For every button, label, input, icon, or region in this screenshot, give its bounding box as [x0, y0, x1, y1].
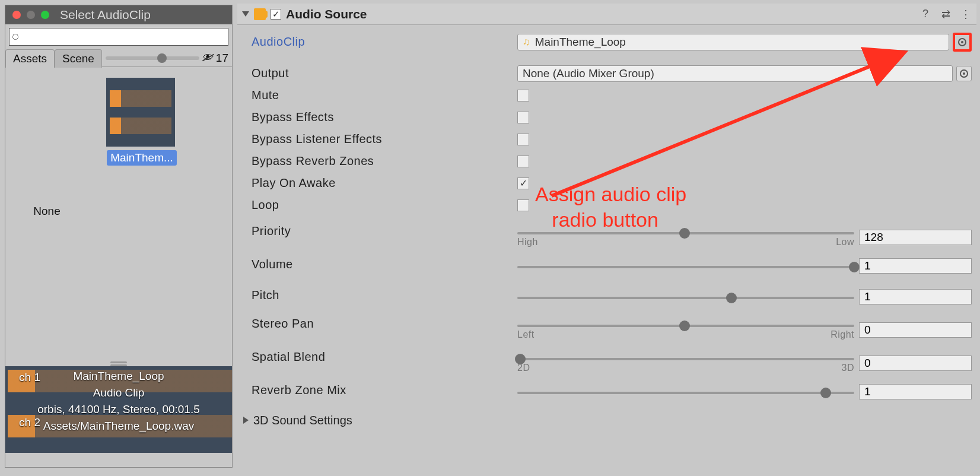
preview-panel: ch 1 ch 2 MainTheme_Loop Audio Clip orbi… [5, 366, 232, 453]
label-pitch: Pitch [252, 285, 517, 302]
target-icon [960, 69, 968, 78]
row-spatial-blend: Spatial Blend 2D3D [237, 347, 976, 380]
pitch-slider[interactable] [517, 297, 854, 299]
spatial-blend-slider[interactable] [517, 358, 854, 360]
output-field[interactable]: None (Audio Mixer Group) [517, 65, 953, 82]
row-priority: Priority HighLow [237, 221, 976, 254]
row-loop: Loop [237, 194, 976, 216]
label-bypass-listener: Bypass Listener Effects [252, 132, 517, 146]
label-play-on-awake: Play On Awake [252, 176, 517, 190]
row-volume: Volume [237, 254, 976, 278]
component-enabled-checkbox[interactable]: ✓ [271, 9, 281, 20]
asset-item-maintheme[interactable]: MainThem... [106, 78, 177, 166]
stereo-pan-input[interactable] [859, 322, 972, 338]
label-mute: Mute [252, 88, 517, 102]
row-bypass-reverb: Bypass Reverb Zones [237, 150, 976, 172]
row-pitch: Pitch [237, 285, 976, 309]
audioclip-field[interactable]: ♫ MainTheme_Loop [517, 34, 949, 50]
music-note-icon: ♫ [523, 36, 530, 48]
pan-left-label: Left [517, 329, 534, 340]
row-mute: Mute [237, 84, 976, 106]
window-title: Select AudioClip [60, 8, 151, 22]
3d-sound-settings-foldout[interactable]: 3D Sound Settings [237, 410, 976, 431]
3d-sound-settings-label: 3D Sound Settings [253, 414, 352, 427]
label-bypass-effects: Bypass Effects [252, 110, 517, 124]
search-input[interactable] [9, 28, 228, 46]
preset-icon[interactable]: ⇄ [940, 8, 952, 20]
window-controls [12, 11, 49, 19]
hidden-count-value: 17 [216, 52, 228, 65]
target-icon [958, 38, 966, 46]
preview-path: Assets/MainTheme_Loop.wav [5, 420, 232, 433]
visibility-off-icon: 👁 [203, 52, 214, 64]
pitch-input[interactable] [859, 289, 972, 304]
close-icon[interactable] [12, 11, 21, 19]
bypass-reverb-checkbox[interactable] [517, 156, 529, 167]
output-value: None (Audio Mixer Group) [523, 67, 654, 80]
volume-input[interactable] [859, 258, 972, 274]
panel-resize-handle[interactable] [5, 358, 232, 366]
mute-checkbox[interactable] [517, 90, 529, 101]
asset-none-label: None [11, 205, 82, 218]
zoom-slider[interactable] [106, 56, 199, 60]
row-stereo-pan: Stereo Pan LeftRight [237, 313, 976, 347]
help-icon[interactable]: ? [919, 8, 931, 20]
stereo-pan-slider[interactable] [517, 325, 854, 327]
loop-checkbox[interactable] [517, 199, 529, 211]
inspector-panel: ✓ Audio Source ? ⇄ ⋮ AudioClip ♫ MainThe… [237, 4, 976, 472]
priority-left-label: High [517, 237, 538, 247]
row-bypass-listener: Bypass Listener Effects [237, 128, 976, 150]
priority-slider[interactable] [517, 232, 854, 234]
tab-scene[interactable]: Scene [55, 49, 102, 68]
output-picker-button[interactable] [956, 66, 972, 81]
maximize-icon[interactable] [41, 11, 49, 19]
assets-grid: None MainThem... [5, 67, 232, 358]
audioclip-thumbnail [106, 78, 175, 147]
reverb-mix-slider[interactable] [517, 392, 854, 394]
row-output: Output None (Audio Mixer Group) [237, 62, 976, 84]
tabs-row: Assets Scene 👁 17 [5, 49, 232, 67]
label-reverb-mix: Reverb Zone Mix [252, 380, 517, 397]
label-spatial-blend: Spatial Blend [252, 347, 517, 364]
label-output: Output [252, 66, 517, 80]
label-priority: Priority [252, 221, 517, 238]
audioclip-picker-button[interactable] [953, 33, 972, 52]
hidden-count[interactable]: 👁 17 [203, 52, 228, 65]
spatial-blend-input[interactable] [859, 356, 972, 371]
preview-details: orbis, 44100 Hz, Stereo, 00:01.5 [5, 403, 232, 416]
play-on-awake-checkbox[interactable]: ✓ [517, 177, 529, 189]
component-header: ✓ Audio Source ? ⇄ ⋮ [237, 4, 976, 25]
reverb-mix-input[interactable] [859, 384, 972, 399]
kebab-menu-icon[interactable]: ⋮ [960, 8, 972, 20]
row-audioclip: AudioClip ♫ MainTheme_Loop [237, 31, 976, 53]
priority-input[interactable] [859, 230, 972, 245]
audio-source-icon [254, 8, 266, 20]
audioclip-value: MainTheme_Loop [535, 36, 626, 49]
row-bypass-effects: Bypass Effects [237, 106, 976, 128]
label-loop: Loop [252, 198, 517, 212]
minimize-icon[interactable] [27, 11, 35, 19]
select-audioclip-window: Select AudioClip 🔍 Assets Scene 👁 17 Non… [5, 5, 233, 468]
label-audioclip: AudioClip [252, 35, 517, 49]
zoom-thumb[interactable] [157, 53, 167, 63]
label-volume: Volume [252, 254, 517, 271]
asset-item-none[interactable]: None [11, 78, 82, 218]
tab-assets[interactable]: Assets [5, 49, 55, 68]
volume-slider[interactable] [517, 266, 854, 268]
asset-selected-label: MainThem... [107, 150, 177, 166]
blend-right-label: 3D [842, 363, 854, 373]
preview-name: MainTheme_Loop [5, 370, 232, 383]
row-reverb-mix: Reverb Zone Mix [237, 380, 976, 404]
foldout-toggle[interactable] [242, 11, 249, 17]
search-row: 🔍 [5, 24, 232, 49]
component-title: Audio Source [286, 7, 367, 21]
label-stereo-pan: Stereo Pan [252, 313, 517, 331]
bypass-listener-checkbox[interactable] [517, 134, 529, 145]
bypass-effects-checkbox[interactable] [517, 112, 529, 123]
label-bypass-reverb: Bypass Reverb Zones [252, 154, 517, 168]
pan-right-label: Right [831, 329, 854, 340]
chevron-right-icon [243, 417, 249, 424]
row-play-on-awake: Play On Awake ✓ [237, 172, 976, 194]
preview-type: Audio Clip [5, 386, 232, 399]
priority-right-label: Low [836, 237, 854, 247]
